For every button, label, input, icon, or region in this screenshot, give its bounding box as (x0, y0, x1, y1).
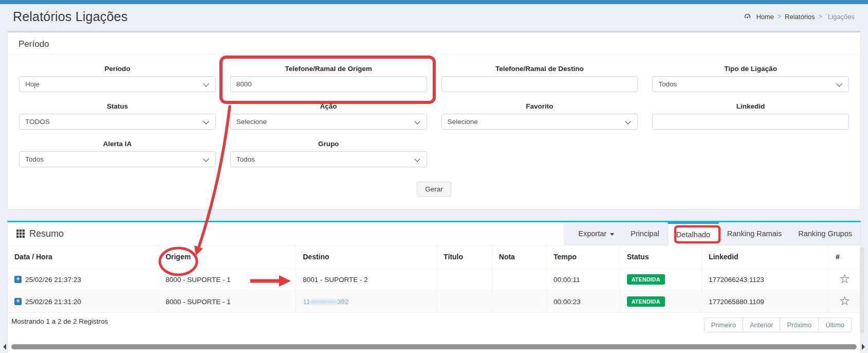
linkedid-input[interactable] (653, 114, 848, 129)
tab-principal[interactable]: Principal (622, 222, 668, 245)
acao-label: Ação (230, 102, 427, 110)
breadcrumb-separator: > (778, 13, 781, 20)
column-header-data-hora[interactable]: Data / Hora (8, 245, 159, 269)
chevron-down-icon (414, 118, 420, 124)
field-origem: Telefone/Ramal de Origem (230, 65, 427, 92)
field-alerta-ia: Alerta IA Todos (19, 140, 216, 167)
tipo-ligacao-select[interactable]: Todos (652, 76, 849, 92)
pagination-previous[interactable]: Anterior (743, 317, 781, 332)
breadcrumb-home[interactable]: Home (756, 13, 774, 21)
favorite-star-icon[interactable] (839, 274, 851, 284)
column-header-status[interactable]: Status (620, 245, 701, 269)
horizontal-scrollbar (3, 343, 865, 351)
cell-origem: 8000 - SUPORTE - 1 (159, 291, 296, 313)
breadcrumb-relatorios[interactable]: Relatórios (785, 13, 815, 21)
origem-label: Telefone/Ramal de Origem (230, 65, 427, 73)
periodo-select[interactable]: Hoje (19, 76, 216, 92)
export-button[interactable]: Exportar (570, 222, 622, 245)
pagination-first[interactable]: Primeiro (704, 317, 743, 332)
status-label: Status (19, 102, 216, 110)
attended-badge: ATENDIDA (627, 274, 665, 285)
breadcrumb: Home > Relatórios > ´Ligações (744, 13, 855, 21)
resumo-title-area: Resumo (8, 222, 564, 245)
destino-prefix: 11 (303, 298, 310, 306)
grupo-label: Grupo (230, 140, 427, 148)
cell-linkedid: 1772065880.1109 (701, 291, 828, 313)
cell-titulo (436, 269, 492, 291)
export-label: Exportar (578, 230, 606, 238)
field-destino: Telefone/Ramal de Destino (441, 65, 638, 92)
alerta-ia-select[interactable]: Todos (19, 151, 216, 167)
grupo-select[interactable]: Todos (230, 151, 427, 167)
gerar-button[interactable]: Gerar (417, 182, 451, 197)
alerta-ia-select-value: Todos (25, 155, 44, 163)
tipo-ligacao-label: Tipo de Ligação (652, 65, 849, 73)
table-row: 25/02/26 21:37:23 8000 - SUPORTE - 1 800… (8, 269, 860, 291)
cell-titulo (436, 291, 492, 313)
table-row: 25/02/26 21:31:20 8000 - SUPORTE - 1 11#… (8, 291, 860, 313)
favorito-label: Favorito (441, 102, 638, 110)
alerta-ia-label: Alerta IA (19, 140, 216, 148)
cell-nota (492, 291, 546, 313)
acao-select[interactable]: Selecione (230, 114, 427, 130)
destino-input[interactable] (442, 77, 638, 92)
filters-panel-title: Período (8, 32, 860, 55)
pagination-last[interactable]: Último (818, 317, 852, 332)
resumo-header: Resumo Exportar Principal Detalhado Rank… (8, 222, 860, 245)
chevron-down-icon (203, 81, 209, 86)
pagination-next[interactable]: Próximo (780, 317, 819, 332)
pagination: Primeiro Anterior Próximo Último (704, 317, 852, 332)
top-accent-bar (0, 0, 868, 4)
column-header-fav[interactable]: # (829, 245, 860, 269)
status-select-value: TODOS (25, 118, 50, 126)
resumo-title: Resumo (29, 228, 64, 239)
vertical-scrollbar[interactable] (860, 247, 864, 333)
scroll-left-icon[interactable] (3, 344, 6, 350)
destino-number-link[interactable]: 11#######392 (303, 298, 348, 306)
resumo-tabs: Exportar Principal Detalhado Ranking Ram… (564, 222, 860, 245)
tab-detalhado[interactable]: Detalhado (668, 222, 719, 245)
grupo-select-value: Todos (236, 155, 255, 163)
filters-panel: Período Período Hoje Telefone/Ramal de O… (7, 31, 861, 209)
chevron-down-icon (414, 156, 420, 162)
expand-row-icon[interactable] (14, 298, 22, 305)
cell-destino: 8001 - SUPORTE - 2 (296, 269, 437, 291)
field-acao: Ação Selecione (230, 102, 427, 130)
field-grupo: Grupo Todos (230, 140, 427, 167)
periodo-label: Período (19, 65, 216, 73)
column-header-titulo[interactable]: Título (436, 245, 492, 269)
column-header-origem[interactable]: Origem (159, 245, 296, 269)
field-linkedid: Linkedid (652, 102, 849, 130)
page-title: Relatórios Ligações (13, 9, 127, 24)
column-header-linkedid[interactable]: Linkedid (701, 245, 828, 269)
table-header-row: Data / Hora Origem Destino Título Nota T… (8, 245, 860, 269)
chevron-down-icon (203, 118, 209, 124)
field-favorito: Favorito Selecione (441, 102, 638, 130)
scroll-right-icon[interactable] (862, 344, 865, 350)
resumo-panel: Resumo Exportar Principal Detalhado Rank… (7, 221, 861, 353)
dashboard-icon (744, 13, 751, 21)
tab-ranking-ramais[interactable]: Ranking Ramais (719, 222, 790, 245)
column-header-destino[interactable]: Destino (296, 245, 437, 269)
tab-ranking-grupos[interactable]: Ranking Grupos (790, 222, 860, 245)
caret-down-icon (610, 233, 614, 238)
favorito-select[interactable]: Selecione (441, 114, 638, 130)
cell-linkedid: 1772066243.1123 (701, 269, 828, 291)
chevron-down-icon (836, 81, 842, 86)
destino-label: Telefone/Ramal de Destino (441, 65, 638, 73)
origem-input[interactable] (231, 77, 427, 92)
breadcrumb-separator: > (819, 13, 822, 20)
column-header-nota[interactable]: Nota (492, 245, 546, 269)
column-header-tempo[interactable]: Tempo (546, 245, 620, 269)
attended-badge: ATENDIDA (627, 296, 665, 307)
chevron-down-icon (625, 118, 631, 124)
destino-masked-segment: ####### (310, 298, 337, 306)
calls-table: Data / Hora Origem Destino Título Nota T… (8, 245, 860, 313)
favorite-star-icon[interactable] (839, 296, 851, 306)
horizontal-scrollbar-thumb[interactable] (11, 344, 857, 349)
page: Relatórios Ligações Home > Relatórios > … (0, 0, 868, 353)
expand-row-icon[interactable] (14, 276, 22, 283)
chevron-down-icon (203, 156, 209, 162)
status-select[interactable]: TODOS (19, 114, 216, 130)
breadcrumb-current: ´Ligações (826, 13, 855, 21)
